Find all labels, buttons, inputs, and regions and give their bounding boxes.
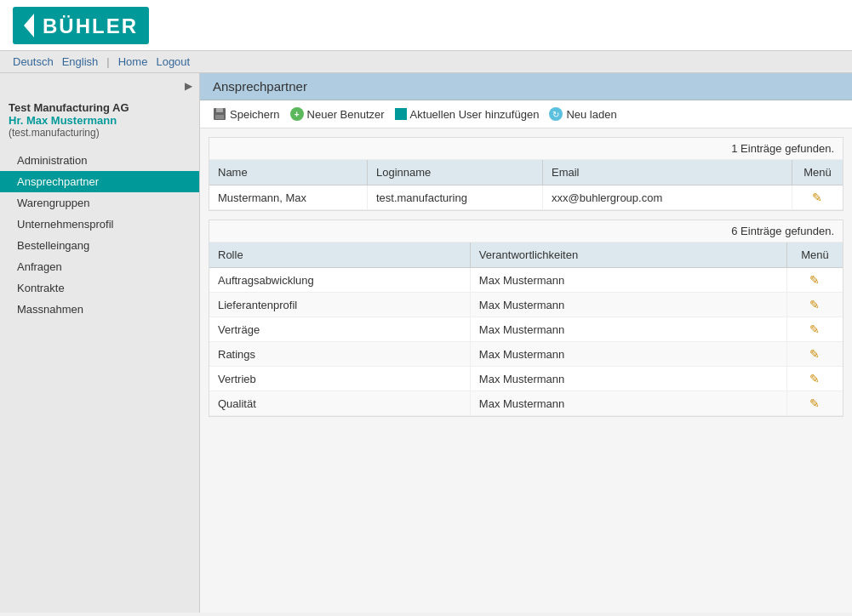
cell-rolle: Qualität [209, 391, 470, 416]
svg-rect-4 [215, 115, 224, 119]
edit-icon[interactable]: ✎ [809, 298, 820, 311]
table-row: Mustermann, Max test.manufacturing xxx@b… [209, 185, 843, 210]
cell-rolle: Ratings [209, 342, 470, 367]
add-user-icon [395, 108, 407, 120]
th-menu: Menü [792, 160, 843, 185]
layout: ▶ Test Manufacturing AG Hr. Max Musterma… [0, 73, 852, 613]
table-row: Qualität Max Mustermann ✎ [209, 391, 843, 416]
buhler-logo-svg: BÜHLER [17, 10, 145, 41]
th-login: Loginname [367, 160, 542, 185]
edit-icon[interactable]: ✎ [809, 396, 820, 410]
logo-shape: BÜHLER [13, 7, 149, 44]
new-user-button[interactable]: + Neuer Benutzer [290, 107, 385, 121]
cell-rolle: Lieferantenprofil [209, 293, 470, 317]
cell-verantwortlichkeiten: Max Mustermann [470, 342, 786, 367]
cell-verantwortlichkeiten: Max Mustermann [470, 317, 786, 342]
table-row: Verträge Max Mustermann ✎ [209, 317, 843, 342]
new-user-icon: + [290, 107, 304, 121]
table2-body: Auftragsabwicklung Max Mustermann ✎ Lief… [209, 268, 843, 416]
table-row: Lieferantenprofil Max Mustermann ✎ [209, 293, 843, 317]
edit-icon[interactable]: ✎ [809, 372, 820, 385]
th-email: Email [543, 160, 792, 185]
cell-name: Mustermann, Max [209, 185, 367, 210]
sidebar-item-administration[interactable]: Administration [0, 150, 199, 171]
th-menu2: Menü [786, 242, 843, 268]
roles-table: Rolle Verantwortlichkeiten Menü Auftrags… [209, 242, 843, 416]
edit-icon[interactable]: ✎ [809, 322, 820, 336]
sidebar-item-bestelleingang[interactable]: Bestelleingang [0, 235, 199, 256]
sidebar-item-kontrakte[interactable]: Kontrakte [0, 277, 199, 299]
svg-text:BÜHLER: BÜHLER [43, 14, 138, 37]
table1-body: Mustermann, Max test.manufacturing xxx@b… [209, 185, 843, 210]
table-row: Vertrieb Max Mustermann ✎ [209, 367, 843, 391]
table1-header-row: Name Loginname Email Menü [209, 160, 843, 185]
cell-menu: ✎ [786, 367, 843, 391]
cell-rolle: Auftragsabwicklung [209, 268, 470, 293]
nav-logout[interactable]: Logout [156, 55, 190, 68]
cell-verantwortlichkeiten: Max Mustermann [470, 391, 786, 416]
username: (test.manufacturing) [9, 127, 191, 139]
sidebar-item-unternehmensprofil[interactable]: Unternehmensprofil [0, 214, 199, 235]
th-name: Name [209, 160, 367, 185]
table1-info: 1 Einträge gefunden. [209, 138, 843, 160]
section-roles: 6 Einträge gefunden. Rolle Verantwortlic… [209, 220, 843, 417]
th-rolle: Rolle [209, 242, 470, 268]
sidebar-item-massnahmen[interactable]: Massnahmen [0, 299, 199, 320]
page-title: Ansprechpartner [200, 73, 852, 100]
table2-info: 6 Einträge gefunden. [209, 220, 843, 242]
sidebar: ▶ Test Manufacturing AG Hr. Max Musterma… [0, 73, 200, 613]
sidebar-menu: Administration Ansprechpartner Warengrup… [0, 150, 199, 320]
cell-menu: ✎ [786, 342, 843, 367]
cell-login: test.manufacturing [367, 185, 542, 210]
cell-verantwortlichkeiten: Max Mustermann [470, 367, 786, 391]
nav-deutsch[interactable]: Deutsch [13, 55, 54, 68]
reload-icon: ↻ [549, 107, 563, 121]
cell-menu: ✎ [786, 293, 843, 317]
edit-icon[interactable]: ✎ [809, 347, 820, 361]
person-name: Hr. Max Mustermann [9, 114, 191, 127]
edit-icon[interactable]: ✎ [812, 191, 822, 204]
nav-english[interactable]: English [62, 55, 99, 68]
contacts-table: Name Loginname Email Menü Mustermann, Ma… [209, 160, 843, 210]
logo: BÜHLER [13, 7, 149, 44]
save-icon [213, 107, 226, 121]
top-nav: Deutsch English | Home Logout [0, 51, 852, 73]
cell-menu: ✎ [786, 268, 843, 293]
nav-home[interactable]: Home [118, 55, 148, 68]
company-name: Test Manufacturing AG [9, 101, 191, 114]
table-row: Auftragsabwicklung Max Mustermann ✎ [209, 268, 843, 293]
reload-button[interactable]: ↻ Neu laden [549, 107, 616, 121]
svg-marker-0 [24, 14, 34, 37]
section-contacts: 1 Einträge gefunden. Name Loginname Emai… [209, 137, 843, 211]
table-row: Ratings Max Mustermann ✎ [209, 342, 843, 367]
sidebar-item-anfragen[interactable]: Anfragen [0, 256, 199, 277]
add-user-button[interactable]: Aktuellen User hinzufügen [395, 108, 540, 121]
table2-header-row: Rolle Verantwortlichkeiten Menü [209, 242, 843, 268]
cell-menu: ✎ [786, 317, 843, 342]
cell-rolle: Verträge [209, 317, 470, 342]
cell-rolle: Vertrieb [209, 367, 470, 391]
cell-email: xxx@buhlergroup.com [543, 185, 792, 210]
header: BÜHLER [0, 0, 852, 51]
sidebar-item-ansprechpartner[interactable]: Ansprechpartner [0, 171, 199, 192]
main-content: Ansprechpartner Speichern + Neuer Benutz… [200, 73, 852, 613]
sidebar-user: Test Manufacturing AG Hr. Max Mustermann… [0, 94, 199, 143]
save-button[interactable]: Speichern [213, 107, 280, 121]
cell-verantwortlichkeiten: Max Mustermann [470, 268, 786, 293]
sidebar-toggle[interactable]: ▶ [0, 77, 199, 94]
cell-verantwortlichkeiten: Max Mustermann [470, 293, 786, 317]
cell-menu: ✎ [792, 185, 843, 210]
edit-icon[interactable]: ✎ [809, 273, 820, 287]
toolbar: Speichern + Neuer Benutzer Aktuellen Use… [200, 100, 852, 128]
th-verantwortlichkeiten: Verantwortlichkeiten [470, 242, 786, 268]
cell-menu: ✎ [786, 391, 843, 416]
svg-rect-3 [216, 108, 223, 112]
sidebar-item-warengruppen[interactable]: Warengruppen [0, 192, 199, 214]
